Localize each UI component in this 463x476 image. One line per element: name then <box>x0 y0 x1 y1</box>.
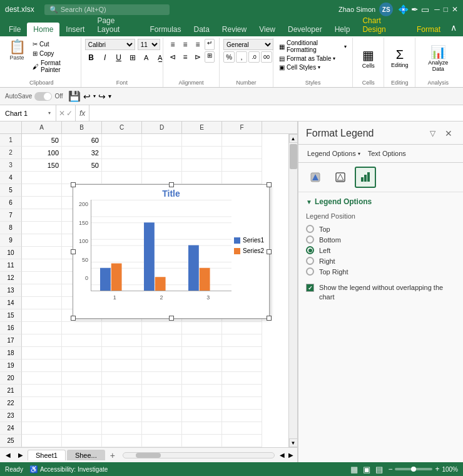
paste-button[interactable]: 📋 Paste <box>5 38 29 63</box>
cell[interactable]: 50 <box>22 134 62 147</box>
cell[interactable] <box>222 134 262 147</box>
align-center-btn[interactable]: ≡ <box>180 51 191 63</box>
wrap-text-btn[interactable]: ↵ <box>205 39 215 50</box>
chart-icon-btn[interactable] <box>355 167 376 188</box>
tab-formulas[interactable]: Formulas <box>143 23 187 36</box>
text-options-tab[interactable]: Text Options <box>365 148 409 158</box>
vertical-scrollbar[interactable]: ▲ ▼ <box>288 134 297 447</box>
underline-button[interactable]: U <box>113 51 125 64</box>
tab-page-layout[interactable]: Page Layout <box>91 14 143 36</box>
radio-option-right[interactable]: Right <box>306 256 455 266</box>
cell[interactable] <box>102 147 142 159</box>
number-format-select[interactable]: General <box>223 39 273 50</box>
view-pagebreak-btn[interactable]: ▤ <box>375 465 383 474</box>
tab-chart-design[interactable]: Chart Design <box>356 14 410 36</box>
cell[interactable] <box>182 159 222 172</box>
col-header-b[interactable]: B <box>62 122 102 133</box>
section-header[interactable]: ▼ Legend Options <box>306 197 455 206</box>
search-box[interactable]: 🔍 <box>44 4 170 15</box>
formula-input[interactable] <box>89 110 463 117</box>
chart-object[interactable]: Title 200 150 100 50 0 <box>73 184 270 319</box>
cell[interactable]: 150 <box>22 159 62 172</box>
show-legend-checkbox[interactable]: ✓ <box>306 284 314 292</box>
tab-scroll-left[interactable]: ◀ <box>3 450 14 461</box>
show-legend-row[interactable]: ✓ Show the legend without overlapping th… <box>306 283 455 303</box>
tab-view[interactable]: View <box>253 23 282 36</box>
col-header-f[interactable]: F <box>222 122 262 133</box>
tab-developer[interactable]: Developer <box>282 23 328 36</box>
scroll-up-btn[interactable]: ▲ <box>289 134 298 143</box>
cells-btn[interactable]: ▦ Cells <box>359 45 379 71</box>
cell[interactable] <box>142 134 182 147</box>
merge-btn[interactable]: ⊞ <box>205 51 215 63</box>
percent-btn[interactable]: % <box>223 51 235 63</box>
scroll-left-btn[interactable]: ◀ <box>278 452 286 458</box>
chart-handle-tl[interactable] <box>71 182 76 187</box>
chart-handle-tr[interactable] <box>267 182 272 187</box>
col-header-e[interactable]: E <box>182 122 222 133</box>
minimize-btn[interactable]: ─ <box>434 5 440 14</box>
tab-review[interactable]: Review <box>216 23 253 36</box>
add-sheet-btn[interactable]: + <box>106 449 119 462</box>
radio-left[interactable] <box>306 246 314 254</box>
radio-option-bottom[interactable]: Bottom <box>306 234 455 245</box>
zoom-out-btn[interactable]: − <box>388 465 392 473</box>
tab-insert[interactable]: Insert <box>59 23 91 36</box>
cell[interactable] <box>142 159 182 172</box>
zoom-percent[interactable]: 100% <box>442 466 458 473</box>
cell[interactable] <box>142 147 182 159</box>
h-scroll-thumb[interactable] <box>136 453 161 458</box>
accessibility-status[interactable]: ♿ Accessibility: Investigate <box>29 465 108 473</box>
tab-home[interactable]: Home <box>27 23 59 36</box>
close-btn[interactable]: ✕ <box>452 5 458 14</box>
diamond-icon[interactable]: 💠 <box>398 4 409 14</box>
cell[interactable] <box>222 159 262 172</box>
col-header-c[interactable]: C <box>102 122 142 133</box>
italic-button[interactable]: I <box>99 51 111 64</box>
scroll-right-btn[interactable]: ▶ <box>287 452 295 458</box>
autosave-track[interactable] <box>34 92 52 101</box>
font-size-select[interactable]: 11 <box>138 39 160 50</box>
copy-button[interactable]: ⊞ Copy <box>30 49 78 58</box>
format-as-table-btn[interactable]: ▤ Format as Table ▾ <box>277 54 338 63</box>
radio-option-top[interactable]: Top <box>306 224 455 234</box>
cancel-formula-btn[interactable]: ✕ <box>59 109 65 118</box>
cell[interactable] <box>182 134 222 147</box>
radio-right[interactable] <box>306 257 314 265</box>
border-icon-btn[interactable] <box>330 167 351 188</box>
panel-close-btn[interactable]: ✕ <box>442 127 455 140</box>
font-color-btn[interactable]: A <box>140 51 153 64</box>
grid-scroll-area[interactable]: 1 50 60 2 100 32 <box>0 134 288 447</box>
chart-handle-bl[interactable] <box>71 316 76 321</box>
cut-button[interactable]: ✂ Cut <box>30 40 78 48</box>
tab-scroll-right[interactable]: ▶ <box>15 450 26 461</box>
radio-bottom[interactable] <box>306 235 314 244</box>
font-border-btn[interactable]: ⊞ <box>126 51 139 64</box>
cell-styles-btn[interactable]: ▣ Cell Styles ▾ <box>277 63 322 71</box>
radio-option-left[interactable]: Left <box>306 245 455 256</box>
maximize-btn[interactable]: □ <box>444 5 448 14</box>
undo-btn[interactable]: ↩ <box>83 91 91 101</box>
zoom-in-btn[interactable]: + <box>435 465 439 473</box>
scroll-thumb[interactable] <box>290 144 297 169</box>
sheet-tab-2[interactable]: Shee... <box>67 450 105 460</box>
chart-handle-br[interactable] <box>267 316 272 321</box>
chart-handle-mr[interactable] <box>267 249 272 254</box>
tab-help[interactable]: Help <box>328 23 357 36</box>
cell[interactable]: 32 <box>62 147 102 159</box>
chart-handle-bc[interactable] <box>169 316 174 321</box>
legend-options-tab[interactable]: Legend Options ▾ <box>305 148 363 158</box>
redo-btn[interactable]: ↪ <box>98 91 106 101</box>
present-icon[interactable]: ▭ <box>421 4 429 14</box>
chart-handle-ml[interactable] <box>71 249 76 254</box>
radio-option-top-right[interactable]: Top Right <box>306 266 455 277</box>
share-icon[interactable]: ✒ <box>411 4 419 14</box>
save-btn[interactable]: 💾 <box>68 90 81 102</box>
comma-btn[interactable]: , <box>236 51 247 63</box>
align-right-btn[interactable]: ⊳ <box>192 51 203 63</box>
cell[interactable] <box>102 134 142 147</box>
zoom-slider-track[interactable] <box>395 468 432 470</box>
col-header-d[interactable]: D <box>142 122 182 133</box>
scroll-down-btn[interactable]: ▼ <box>289 438 298 447</box>
format-painter-button[interactable]: 🖌 Format Painter <box>30 59 78 74</box>
